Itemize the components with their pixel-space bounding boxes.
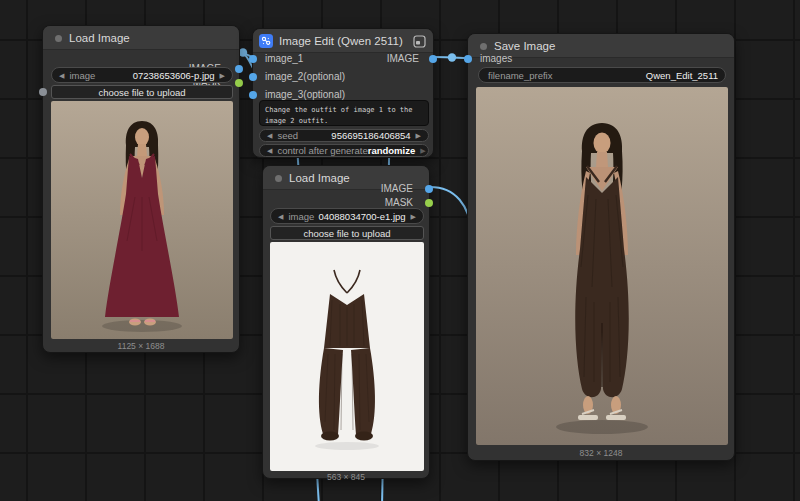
node-title: Load Image [289, 172, 350, 184]
output-label-image: IMAGE [381, 183, 413, 194]
widget-label: filename_prefix [488, 70, 552, 81]
image-dimensions: 1125 × 1688 [43, 341, 239, 351]
output-port-mask[interactable] [425, 199, 433, 207]
input-port-image-2[interactable] [249, 73, 257, 81]
image-preview-result [476, 87, 728, 445]
choose-file-button[interactable]: choose file to upload [270, 226, 424, 240]
image-preview-jumpsuit-product [270, 242, 424, 471]
collapse-dot[interactable] [275, 175, 282, 182]
node-header[interactable]: Image Edit (Qwen 2511) [253, 29, 433, 53]
combo-next-arrow[interactable]: ▶ [411, 213, 416, 220]
combo-prev-arrow[interactable]: ◀ [278, 213, 283, 220]
control-prev-arrow[interactable]: ◀ [267, 147, 272, 154]
seed-widget[interactable]: ◀ seed 956695186406854 ▶ [259, 129, 429, 142]
output-port-mask[interactable] [235, 79, 243, 87]
output-port-image[interactable] [425, 185, 433, 193]
upload-widget-port[interactable] [39, 88, 47, 96]
widget-value: 07238653606-p.jpg [133, 70, 215, 81]
seed-decrement-arrow[interactable]: ◀ [267, 132, 272, 139]
node-load-image-2[interactable]: Load Image IMAGE MASK ◀ image 0408803470… [262, 165, 430, 479]
seed-increment-arrow[interactable]: ▶ [416, 132, 421, 139]
input-label-image-3: image_3(optional) [265, 89, 345, 100]
widget-label: image [69, 70, 95, 81]
widget-value: Qwen_Edit_2511 [646, 70, 718, 81]
collapse-dot[interactable] [480, 43, 487, 50]
input-label-image-1: image_1 [265, 53, 303, 64]
node-header[interactable]: Load Image [43, 26, 239, 50]
node-load-image-1[interactable]: Load Image IMAGE MASK ◀ image 0723865360… [42, 25, 240, 353]
prompt-textarea[interactable]: Change the outfit of image 1 to the imag… [259, 100, 429, 126]
choose-file-button[interactable]: choose file to upload [51, 85, 233, 99]
link-midpoint-dot [239, 48, 247, 56]
node-image-edit-qwen[interactable]: Image Edit (Qwen 2511) image_1 image_2(o… [252, 28, 434, 158]
node-title: Load Image [69, 32, 130, 44]
image-dimensions: 563 × 845 [263, 472, 429, 482]
control-next-arrow[interactable]: ▶ [420, 147, 425, 154]
input-label-image-2: image_2(optional) [265, 71, 345, 82]
widget-label: seed [277, 130, 298, 141]
link-midpoint-dot [448, 53, 456, 61]
combo-prev-arrow[interactable]: ◀ [59, 72, 64, 79]
picture-in-picture-icon[interactable] [413, 34, 426, 52]
collapse-dot[interactable] [55, 35, 62, 42]
api-node-badge-icon [259, 34, 273, 52]
image-preview-dress [51, 101, 233, 339]
widget-label: control after generate [277, 145, 367, 156]
widget-value: randomize [368, 145, 416, 156]
node-graph-canvas[interactable]: Load Image IMAGE MASK ◀ image 0723865360… [0, 0, 800, 501]
node-title: Save Image [494, 40, 555, 52]
input-label-images: images [480, 53, 512, 64]
control-after-generate-widget[interactable]: ◀ control after generate randomize ▶ [259, 144, 429, 157]
output-label-mask: MASK [385, 197, 413, 208]
widget-value: 956695186406854 [331, 130, 410, 141]
node-title: Image Edit (Qwen 2511) [279, 35, 403, 47]
image-dimensions: 832 × 1248 [468, 448, 734, 458]
input-port-image-3[interactable] [249, 91, 257, 99]
image-combo-widget[interactable]: ◀ image 04088034700-e1.jpg ▶ [270, 208, 424, 224]
combo-next-arrow[interactable]: ▶ [220, 72, 225, 79]
widget-label: image [288, 211, 314, 222]
output-port-image[interactable] [235, 65, 243, 73]
output-port-image[interactable] [429, 55, 437, 63]
input-port-images[interactable] [464, 55, 472, 63]
node-save-image[interactable]: Save Image images filename_prefix Qwen_E… [467, 33, 735, 461]
output-label-image: IMAGE [387, 53, 419, 64]
widget-value: 04088034700-e1.jpg [318, 211, 405, 222]
image-combo-widget[interactable]: ◀ image 07238653606-p.jpg ▶ [51, 67, 233, 83]
input-port-image-1[interactable] [249, 55, 257, 63]
filename-prefix-widget[interactable]: filename_prefix Qwen_Edit_2511 [478, 67, 726, 83]
